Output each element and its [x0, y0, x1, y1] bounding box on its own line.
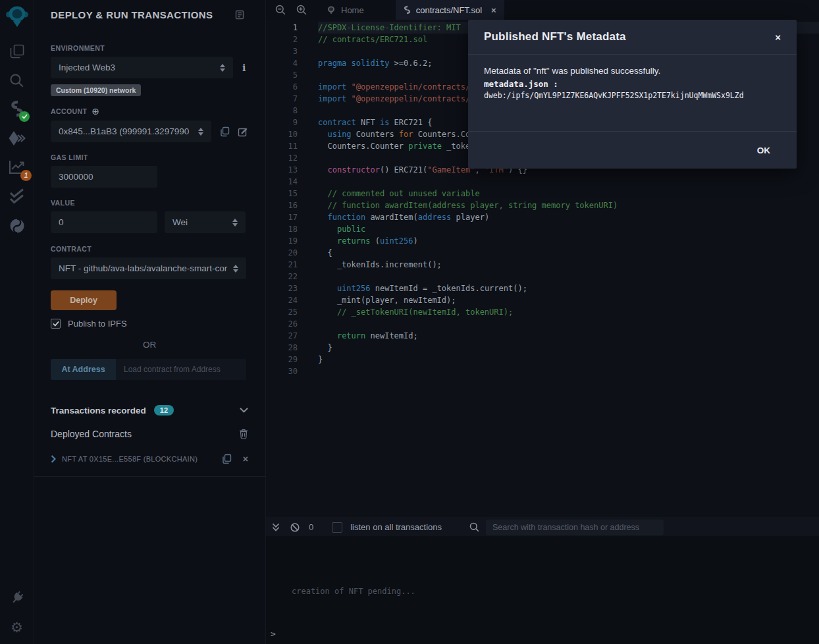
sign-message-icon[interactable] — [238, 126, 248, 137]
tab-home-label: Home — [341, 5, 364, 15]
remix-logo-icon — [327, 6, 336, 14]
metadata-file-label: metadata.json : — [484, 79, 781, 89]
listen-transactions-checkbox[interactable] — [332, 522, 342, 533]
remix-logo-icon — [5, 5, 29, 28]
line-number: 25 — [266, 306, 298, 318]
line-number: 23 — [266, 282, 298, 294]
select-stepper-icon — [232, 219, 238, 227]
remix-logo[interactable] — [0, 2, 34, 31]
code-line: 14 — [266, 176, 819, 188]
terminal-search-input[interactable] — [486, 520, 664, 535]
add-account-icon[interactable]: ⊕ — [92, 107, 99, 116]
copy-account-icon[interactable] — [220, 126, 230, 137]
plugin-manager-icon[interactable] — [0, 583, 34, 612]
code-line: 28 } — [266, 342, 819, 354]
line-number: 1 — [266, 22, 298, 34]
gas-limit-value: 3000000 — [59, 172, 93, 182]
line-number: 4 — [266, 57, 298, 69]
value-input[interactable]: 0 — [51, 211, 157, 233]
value-unit-select[interactable]: Wei — [165, 211, 246, 233]
line-number: 21 — [266, 259, 298, 271]
file-explorer-icon[interactable] — [0, 37, 34, 66]
code-line: 20 { — [266, 247, 819, 259]
divider — [34, 476, 265, 477]
gas-limit-label: GAS LIMIT — [51, 153, 248, 161]
transactions-chevron-down-icon[interactable] — [240, 408, 248, 413]
contract-select[interactable]: NFT - github/ava-labs/avalanche-smart-co… — [51, 257, 246, 279]
solidity-compiler-icon[interactable] — [0, 94, 34, 123]
metadata-ipfs-uri: dweb:/ipfs/QmYL9P1Z7KE6AQvKJPFF52SX1p2TE… — [484, 91, 781, 100]
terminal-log: creation of NFT pending... — [292, 587, 415, 596]
remove-contract-icon[interactable]: × — [243, 454, 248, 464]
deployed-contract-item: NFT AT 0X15E...E558F (BLOCKCHAIN) × — [51, 454, 248, 464]
terminal-count: 0 — [309, 522, 313, 532]
copy-contract-icon[interactable] — [222, 454, 232, 464]
account-select[interactable]: 0x845...B1aB3 (999991.3297990 — [51, 121, 211, 142]
tab-home[interactable]: Home — [319, 0, 372, 20]
environment-select[interactable]: Injected Web3 — [51, 57, 233, 78]
value-label: VALUE — [51, 199, 248, 207]
modal-close-icon[interactable]: × — [775, 32, 781, 43]
network-badge: Custom (10920) network — [51, 84, 141, 96]
tab-close-icon[interactable]: × — [491, 5, 496, 15]
line-number: 22 — [266, 271, 298, 282]
documentation-icon[interactable] — [235, 10, 244, 20]
modal-title: Published NFT's Metadata — [484, 30, 626, 43]
deployed-contract-label: NFT AT 0X15E...E558F (BLOCKCHAIN) — [62, 455, 198, 463]
clear-console-icon[interactable] — [290, 523, 300, 532]
select-stepper-icon — [220, 64, 225, 72]
line-number: 29 — [266, 354, 298, 365]
publish-ipfs-checkbox[interactable] — [51, 319, 61, 329]
terminal-output[interactable]: creation of NFT pending... > — [266, 536, 819, 644]
zoom-out-icon[interactable] — [275, 5, 286, 15]
analytics-icon[interactable]: 1 — [0, 152, 34, 181]
plugin-icon[interactable] — [0, 211, 34, 240]
line-number: 19 — [266, 235, 298, 247]
settings-icon[interactable]: ⚙ — [0, 612, 34, 641]
line-number: 3 — [266, 45, 298, 57]
code-line: 30 — [266, 365, 819, 377]
expand-contract-caret-icon[interactable] — [51, 455, 56, 463]
at-address-input[interactable] — [116, 359, 246, 380]
collapse-terminal-icon[interactable] — [272, 523, 280, 531]
code-line: 22 — [266, 271, 819, 282]
solidity-file-icon — [404, 5, 411, 14]
transactions-recorded-label: Transactions recorded — [51, 406, 146, 416]
icon-rail: 1 ⚙ — [0, 0, 34, 644]
code-line: 27 return newItemId; — [266, 330, 819, 342]
line-number: 2 — [266, 34, 298, 45]
tab-nft-sol[interactable]: contracts/NFT.sol × — [396, 0, 504, 20]
modal-ok-button[interactable]: OK — [757, 146, 770, 155]
line-number: 16 — [266, 200, 298, 211]
terminal-search-icon — [469, 522, 479, 532]
line-number: 6 — [266, 81, 298, 93]
code-line: 23 uint256 newItemId = _tokenIds.current… — [266, 282, 819, 294]
code-line: 29} — [266, 354, 819, 365]
line-number: 9 — [266, 117, 298, 128]
terminal-prompt: > — [271, 629, 276, 639]
line-number: 8 — [266, 105, 298, 117]
analytics-count-badge: 1 — [20, 170, 32, 181]
deploy-panel: DEPLOY & RUN TRANSACTIONS ENVIRONMENT In… — [34, 0, 266, 644]
contract-value: NFT - github/ava-labs/avalanche-smart-co… — [59, 263, 229, 273]
search-icon[interactable] — [0, 66, 34, 95]
line-number: 7 — [266, 93, 298, 105]
deploy-button[interactable]: Deploy — [51, 290, 117, 310]
account-label: ACCOUNT — [51, 107, 87, 115]
code-line: 16 // function awardItem(address player,… — [266, 200, 819, 211]
deploy-run-icon[interactable] — [0, 124, 34, 153]
environment-info-icon[interactable]: i — [242, 63, 246, 73]
publish-ipfs-label: Publish to IPFS — [68, 319, 127, 329]
line-number: 10 — [266, 128, 298, 140]
gas-limit-input[interactable]: 3000000 — [51, 166, 157, 188]
line-number: 12 — [266, 152, 298, 164]
or-separator: OR — [51, 340, 248, 350]
line-number: 13 — [266, 164, 298, 176]
unit-testing-icon[interactable] — [0, 181, 34, 210]
zoom-in-icon[interactable] — [296, 5, 307, 15]
code-line: 25 // _setTokenURI(newItemId, tokenURI); — [266, 306, 819, 318]
tab-bar: Home contracts/NFT.sol × — [266, 0, 819, 20]
environment-value: Injected Web3 — [59, 63, 216, 72]
clear-deployed-trash-icon[interactable] — [239, 429, 248, 439]
at-address-button[interactable]: At Address — [51, 359, 116, 380]
